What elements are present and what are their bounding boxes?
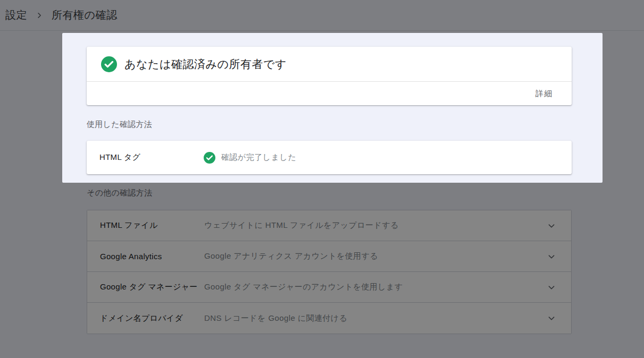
breadcrumb: 設定 所有権の確認 bbox=[0, 0, 644, 31]
verified-owner-footer: 詳細 bbox=[87, 81, 572, 105]
chevron-right-icon bbox=[35, 11, 44, 20]
used-method-row[interactable]: HTML タグ 確認が完了しました bbox=[87, 141, 572, 174]
method-description: ウェブサイトに HTML ファイルをアップロードする bbox=[204, 220, 546, 231]
verified-owner-title: あなたは確認済みの所有者です bbox=[124, 57, 287, 72]
method-name: HTML タグ bbox=[99, 152, 204, 163]
accordion-row-google-tag-manager[interactable]: Google タグ マネージャー Google タグ マネージャーのアカウントを… bbox=[87, 272, 571, 303]
details-link[interactable]: 詳細 bbox=[536, 89, 553, 99]
method-name: HTML ファイル bbox=[100, 220, 204, 231]
method-status: 確認が完了しました bbox=[221, 152, 296, 163]
breadcrumb-current-page: 所有権の確認 bbox=[52, 8, 117, 22]
verified-owner-header: あなたは確認済みの所有者です bbox=[87, 47, 572, 81]
method-description: Google アナリティクス アカウントを使用する bbox=[204, 251, 546, 261]
chevron-down-icon[interactable] bbox=[546, 282, 557, 293]
verified-owner-card: あなたは確認済みの所有者です 詳細 bbox=[87, 47, 572, 105]
chevron-down-icon[interactable] bbox=[546, 220, 557, 232]
methods-accordion: HTML ファイル ウェブサイトに HTML ファイルをアップロードする Goo… bbox=[87, 210, 572, 334]
check-circle-icon bbox=[101, 56, 117, 72]
chevron-down-icon[interactable] bbox=[546, 251, 557, 262]
method-name: Google タグ マネージャー bbox=[100, 282, 204, 292]
used-methods-section-label: 使用した確認方法 bbox=[87, 120, 572, 130]
method-name: ドメイン名プロバイダ bbox=[100, 313, 204, 323]
chevron-down-icon[interactable] bbox=[546, 312, 557, 324]
other-methods-section-label: その他の確認方法 bbox=[87, 188, 572, 198]
accordion-row-html-file[interactable]: HTML ファイル ウェブサイトに HTML ファイルをアップロードする bbox=[87, 210, 571, 241]
method-name: Google Analytics bbox=[100, 252, 204, 261]
accordion-row-google-analytics[interactable]: Google Analytics Google アナリティクス アカウントを使用… bbox=[87, 241, 571, 272]
method-status-wrap: 確認が完了しました bbox=[204, 152, 296, 164]
breadcrumb-settings-link[interactable]: 設定 bbox=[5, 8, 27, 22]
check-circle-icon bbox=[204, 152, 215, 164]
accordion-row-domain-provider[interactable]: ドメイン名プロバイダ DNS レコードを Google に関連付ける bbox=[87, 303, 571, 334]
method-description: Google タグ マネージャーのアカウントを使用します bbox=[204, 282, 546, 292]
method-description: DNS レコードを Google に関連付ける bbox=[204, 313, 546, 323]
